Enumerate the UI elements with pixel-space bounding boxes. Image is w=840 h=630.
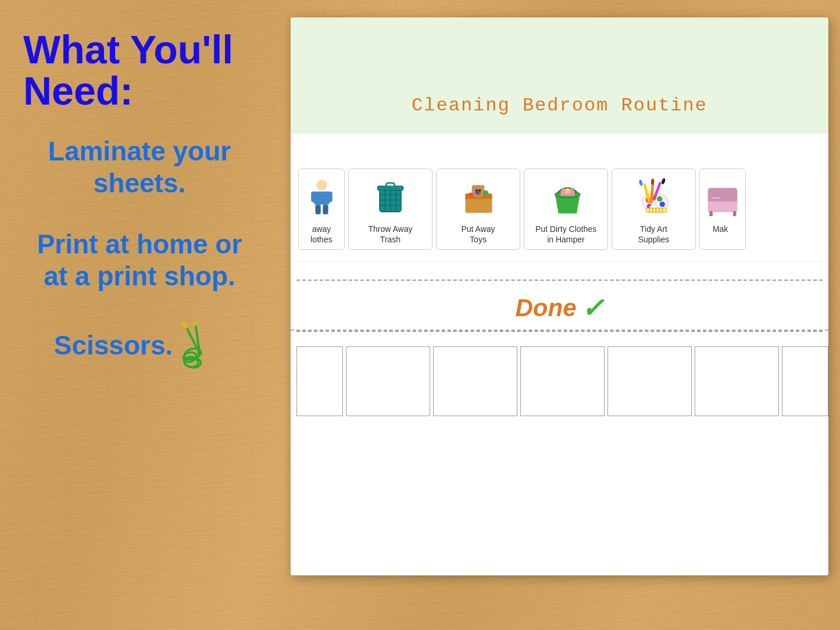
done-section: Done ✓ — [291, 281, 828, 331]
svg-point-32 — [482, 190, 488, 195]
checkbox-cell-1 — [296, 346, 343, 416]
task-label-hamper: Put Dirty Clothesin Hamper — [535, 224, 596, 245]
svg-rect-11 — [315, 205, 320, 214]
scissors-icon — [178, 322, 225, 368]
laminate-instruction: Laminate your sheets. — [23, 135, 256, 199]
checkbox-cell-3 — [433, 346, 517, 416]
header-spacer — [291, 134, 828, 157]
heading-line1: What You'll — [23, 27, 233, 71]
svg-line-4 — [194, 322, 196, 324]
print-line1: Print at home or — [37, 229, 242, 259]
doc-footer — [291, 431, 828, 575]
svg-rect-10 — [327, 191, 332, 202]
svg-line-3 — [184, 323, 186, 327]
task-icon-art — [628, 174, 680, 220]
done-text: Done — [516, 294, 577, 322]
svg-point-30 — [478, 189, 481, 192]
tasks-strip: away lothes — [291, 157, 828, 262]
task-label-art: Tidy ArtSupplies — [638, 224, 670, 245]
svg-point-31 — [468, 192, 472, 196]
checkbox-cell-4 — [520, 346, 605, 416]
main-heading: What You'll Need: — [23, 29, 256, 112]
task-icon-trash — [364, 174, 417, 220]
task-label-toys: Put AwayToys — [461, 224, 495, 245]
checkbox-cell-7 — [782, 346, 828, 416]
svg-rect-57 — [708, 188, 738, 198]
task-card-toys: Put AwayToys — [436, 169, 520, 250]
svg-rect-9 — [311, 191, 316, 202]
checkbox-cell-5 — [607, 346, 692, 416]
left-panel: What You'll Need: Laminate your sheets. … — [0, 17, 279, 380]
task-card-art: Tidy ArtSupplies — [612, 169, 696, 250]
doc-title: Cleaning Bedroom Routine — [302, 95, 817, 116]
task-label-bed: Make — [713, 224, 732, 234]
task-icon-clothes — [298, 174, 345, 220]
laminate-line2: sheets. — [94, 168, 186, 198]
doc-header: Cleaning Bedroom Routine — [291, 17, 828, 134]
checkmark-icon: ✓ — [581, 292, 604, 324]
svg-rect-58 — [709, 211, 713, 216]
task-card-hamper: Put Dirty Clothesin Hamper — [524, 169, 608, 250]
tasks-spacer — [291, 262, 828, 280]
dashed-divider-bottom — [296, 331, 823, 332]
task-card-trash: Throw AwayTrash — [348, 169, 432, 250]
task-label-clothes: away lothes — [310, 224, 332, 245]
svg-point-7 — [316, 180, 327, 190]
page-container: What You'll Need: Laminate your sheets. … — [0, 0, 840, 630]
done-label: Done ✓ — [516, 292, 604, 324]
svg-point-39 — [659, 201, 664, 206]
task-icon-bed — [699, 174, 746, 220]
svg-point-47 — [660, 178, 666, 185]
svg-point-33 — [475, 191, 478, 194]
scissors-label: Scissors. — [54, 330, 173, 361]
printable-document: Cleaning Bedroom Routine — [291, 17, 828, 575]
heading-line2: Need: — [23, 69, 133, 113]
checkbox-grid — [291, 338, 828, 425]
task-icon-toys — [452, 174, 505, 220]
checkbox-cell-2 — [346, 346, 430, 416]
task-card-partial-right: Make — [699, 169, 746, 250]
task-label-trash: Throw AwayTrash — [369, 224, 413, 245]
print-line2: at a print shop. — [44, 261, 235, 291]
svg-point-45 — [638, 179, 643, 186]
svg-rect-23 — [465, 197, 492, 213]
svg-rect-59 — [733, 211, 737, 216]
task-card-partial-left: away lothes — [298, 169, 345, 250]
print-instruction: Print at home or at a print shop. — [23, 228, 256, 292]
svg-point-38 — [657, 196, 662, 201]
laminate-line1: Laminate your — [48, 136, 231, 166]
checkbox-cell-6 — [695, 346, 779, 416]
task-icon-hamper — [540, 174, 592, 220]
svg-rect-19 — [386, 182, 395, 187]
scissors-instruction: Scissors. — [23, 322, 256, 368]
svg-rect-12 — [323, 205, 328, 214]
